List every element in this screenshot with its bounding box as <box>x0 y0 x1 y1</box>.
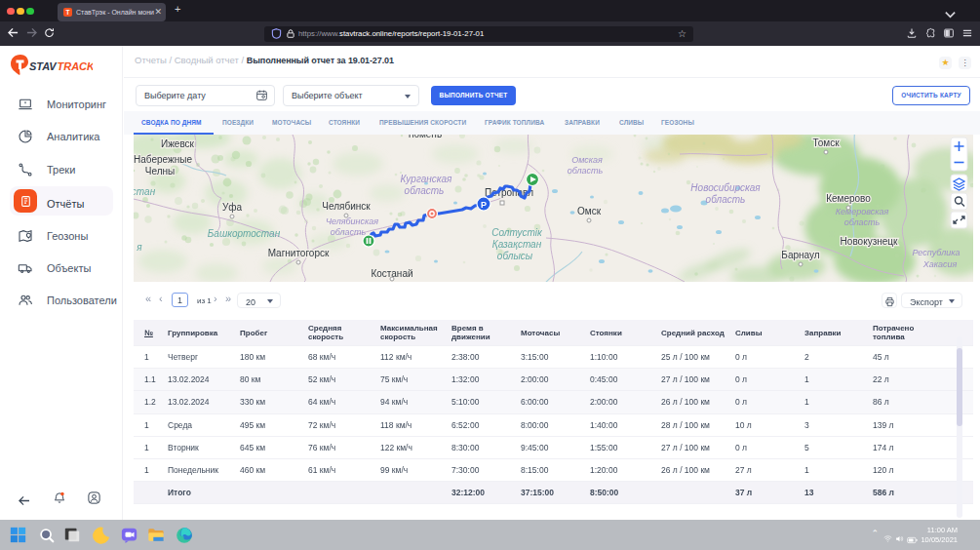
svg-text:Новосибирская: Новосибирская <box>690 182 761 193</box>
svg-text:Новокузнецк: Новокузнецк <box>840 236 897 247</box>
svg-text:Магнитогорск: Магнитогорск <box>267 248 329 258</box>
svg-text:Курганская: Курганская <box>400 174 452 184</box>
svg-text:Набережные: Набережные <box>134 154 192 165</box>
svg-text:Ижевск: Ижевск <box>160 138 194 149</box>
svg-text:область: область <box>404 185 444 196</box>
svg-text:Қазақстан: Қазақстан <box>491 239 541 250</box>
svg-text:область: область <box>705 194 745 205</box>
svg-text:Уфа: Уфа <box>221 202 242 213</box>
svg-text:облысы: облысы <box>496 251 532 261</box>
svg-text:стан: стан <box>134 186 156 197</box>
svg-text:область: область <box>330 227 366 237</box>
svg-text:Солтустік: Солтустік <box>491 227 543 238</box>
svg-text:Челябинск: Челябинск <box>322 201 371 212</box>
svg-text:P: P <box>480 200 486 210</box>
svg-text:Томск: Томск <box>812 138 840 148</box>
svg-text:STAV: STAV <box>29 60 58 72</box>
svg-text:Барнаул: Барнаул <box>781 250 819 260</box>
svg-text:область: область <box>567 166 603 176</box>
svg-text:Тюмень: Тюмень <box>406 135 441 139</box>
svg-text:Республика: Республика <box>912 248 960 257</box>
svg-text:область: область <box>843 217 880 227</box>
svg-text:Хакасия: Хакасия <box>921 259 957 269</box>
svg-text:Омск: Омск <box>576 206 601 216</box>
svg-text:я: я <box>136 242 142 253</box>
svg-text:Кемерово: Кемерово <box>826 193 871 204</box>
svg-text:Омская: Омская <box>571 155 603 165</box>
svg-text:Челябинская: Челябинская <box>325 216 377 226</box>
svg-text:TRACK: TRACK <box>58 60 94 72</box>
svg-text:Кемеровская: Кемеровская <box>835 207 888 216</box>
svg-text:Башкортостан: Башкортостан <box>207 228 280 239</box>
svg-text:Челны: Челны <box>144 166 174 177</box>
